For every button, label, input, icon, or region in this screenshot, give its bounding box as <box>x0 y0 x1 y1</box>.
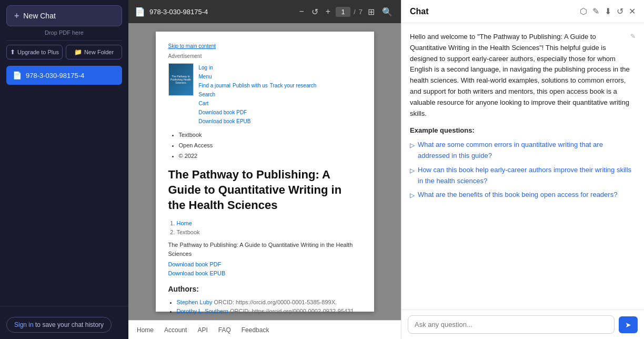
arrow-icon-3: ▷ <box>410 191 415 201</box>
author-dorothy-link[interactable]: Dorothy L. Southern <box>177 308 228 314</box>
plus-icon: + <box>14 11 19 21</box>
sidebar: + New Chat Drop PDF here ⬆ Upgrade to Pl… <box>0 0 128 339</box>
edit-icon: ✎ <box>630 32 636 42</box>
chat-body: ✎ Hello and welcome to "The Pathway to P… <box>401 23 644 310</box>
folder-icon: 📁 <box>74 48 82 56</box>
example-question-2[interactable]: ▷ How can this book help early-career au… <box>410 165 636 187</box>
download-links: Download book PDF Download book EPUB <box>168 260 361 277</box>
chat-title: Chat <box>410 7 576 16</box>
authors-heading: Authors: <box>168 284 361 295</box>
footer-bar: Home Account API FAQ Feedback <box>128 320 401 339</box>
sign-in-button[interactable]: Sign in to save your chat history <box>6 317 112 333</box>
sidebar-bottom: Sign in to save your chat history <box>0 306 128 339</box>
track-link[interactable]: Track your research <box>270 81 317 90</box>
footer-home[interactable]: Home <box>137 326 154 334</box>
chat-header-icons: ⬡ ✎ ⬇ ↺ ✕ <box>580 6 636 16</box>
site-links: Log in Menu Find a journal Publish with … <box>199 63 317 126</box>
cart-link[interactable]: Cart <box>199 99 317 108</box>
pdf-viewer-wrapper: 📄 978-3-030-98175-4 − ↺ + / 7 ⊞ 🔍 Skip t… <box>128 0 401 339</box>
book-cover-box: The Pathway to Publishing Health Science… <box>168 63 194 96</box>
book-cover-image: The Pathway to Publishing Health Science… <box>169 64 193 95</box>
dorothy-orcid: ORCID: https://orcid.org/0000-0002-0932-… <box>230 308 354 314</box>
download-pdf-link[interactable]: Download book PDF <box>168 260 361 269</box>
zoom-in-button[interactable]: + <box>324 6 333 17</box>
sidebar-active-label: 978-3-030-98175-4 <box>26 72 84 79</box>
send-icon: ➤ <box>625 321 631 329</box>
upgrade-label: Upgrade to Plus <box>17 49 59 55</box>
edit-button[interactable]: ✎ <box>592 6 599 16</box>
search-link[interactable]: Search <box>199 90 317 99</box>
document-icon: 📄 <box>13 71 22 79</box>
page-number-input[interactable] <box>336 7 350 17</box>
download-epub-link[interactable]: Download book EPUB <box>168 269 361 278</box>
download-button[interactable]: ⬇ <box>605 6 611 16</box>
footer-account[interactable]: Account <box>164 326 187 334</box>
footer-api[interactable]: API <box>197 326 207 334</box>
share-button[interactable]: ⬡ <box>580 6 587 16</box>
upgrade-button[interactable]: ⬆ Upgrade to Plus <box>6 45 63 59</box>
pdf-page-icon: 📄 <box>135 7 145 17</box>
skip-link[interactable]: Skip to main content <box>168 42 361 50</box>
refresh-button[interactable]: ↺ <box>617 6 623 16</box>
author-stephen-link[interactable]: Stephen Luby <box>177 299 213 305</box>
grid-view-button[interactable]: ⊞ <box>366 6 377 18</box>
example-question-1[interactable]: ▷ What are some common errors in quantit… <box>410 139 636 162</box>
book-title: The Pathway to Publishing: A Guide to Qu… <box>168 167 361 213</box>
pdf-content-area: Skip to main content Advertisement The P… <box>128 23 401 320</box>
book-meta: Textbook Open Access © 2022 <box>168 130 361 161</box>
menu-link[interactable]: Menu <box>199 72 317 81</box>
example-question-3[interactable]: ▷ What are the benefits of this book bei… <box>410 190 636 201</box>
sign-in-link[interactable]: Sign in <box>14 321 34 328</box>
pdf-page: Skip to main content Advertisement The P… <box>156 32 374 312</box>
authors-list: Stephen Luby ORCID: https://orcid.org/00… <box>177 298 361 315</box>
publish-link[interactable]: Publish with us <box>233 81 268 90</box>
stephen-orcid: ORCID: https://orcid.org/0000-0001-5385-… <box>214 299 337 305</box>
example-label: Example questions: <box>410 125 636 136</box>
download-epub-top-link[interactable]: Download book EPUB <box>199 117 317 126</box>
footer-faq[interactable]: FAQ <box>218 326 231 334</box>
breadcrumb-home[interactable]: Home <box>177 220 192 226</box>
new-folder-button[interactable]: 📁 New Folder <box>66 45 122 59</box>
chat-input[interactable] <box>408 315 615 334</box>
log-in-link[interactable]: Log in <box>199 63 317 72</box>
undo-button[interactable]: ↺ <box>309 6 320 18</box>
arrow-icon-1: ▷ <box>410 141 415 151</box>
page-total: 7 <box>359 8 363 16</box>
page-separator: / <box>354 8 356 16</box>
pdf-controls: − ↺ + / 7 ⊞ 🔍 <box>297 6 395 18</box>
footer-feedback[interactable]: Feedback <box>242 326 269 334</box>
new-chat-label: New Chat <box>23 12 55 20</box>
drop-hint: Drop PDF here <box>0 29 128 40</box>
sign-in-text: Sign in to save your chat history <box>14 321 104 328</box>
list-item: Stephen Luby ORCID: https://orcid.org/00… <box>177 298 361 307</box>
book-desc-text: The Pathway to Publishing: A Guide to Qu… <box>168 241 361 258</box>
download-pdf-top-link[interactable]: Download book PDF <box>199 108 317 117</box>
search-pdf-button[interactable]: 🔍 <box>380 6 395 18</box>
find-journal-link[interactable]: Find a journal <box>199 81 231 90</box>
pdf-title: 978-3-030-98175-4 <box>149 8 208 16</box>
chat-header: Chat ⬡ ✎ ⬇ ↺ ✕ <box>401 0 644 23</box>
authors-section: Authors: Stephen Luby ORCID: https://orc… <box>168 284 361 320</box>
sidebar-item-active-doc[interactable]: 📄 978-3-030-98175-4 <box>6 66 122 85</box>
upgrade-new-row: ⬆ Upgrade to Plus 📁 New Folder <box>0 41 128 64</box>
arrow-icon-2: ▷ <box>410 166 415 176</box>
chat-panel: Chat ⬡ ✎ ⬇ ↺ ✕ ✎ Hello and welcome to "T… <box>401 0 644 339</box>
chat-welcome-text: ✎ Hello and welcome to "The Pathway to P… <box>410 32 636 119</box>
advertisement-label: Advertisement <box>168 52 361 60</box>
breadcrumb: Home Textbook <box>168 219 361 236</box>
new-chat-button[interactable]: + New Chat <box>6 5 122 26</box>
close-button[interactable]: ✕ <box>629 6 636 16</box>
list-item: Dorothy L. Southern ORCID: https://orcid… <box>177 307 361 316</box>
zoom-out-button[interactable]: − <box>297 6 306 17</box>
pdf-toolbar: 📄 978-3-030-98175-4 − ↺ + / 7 ⊞ 🔍 <box>128 0 401 23</box>
upgrade-icon: ⬆ <box>10 48 15 56</box>
send-button[interactable]: ➤ <box>619 316 638 333</box>
pdf-toolbar-doc: 📄 978-3-030-98175-4 <box>135 7 208 17</box>
chat-input-area: ➤ <box>401 310 644 339</box>
new-folder-label: New Folder <box>84 49 114 55</box>
